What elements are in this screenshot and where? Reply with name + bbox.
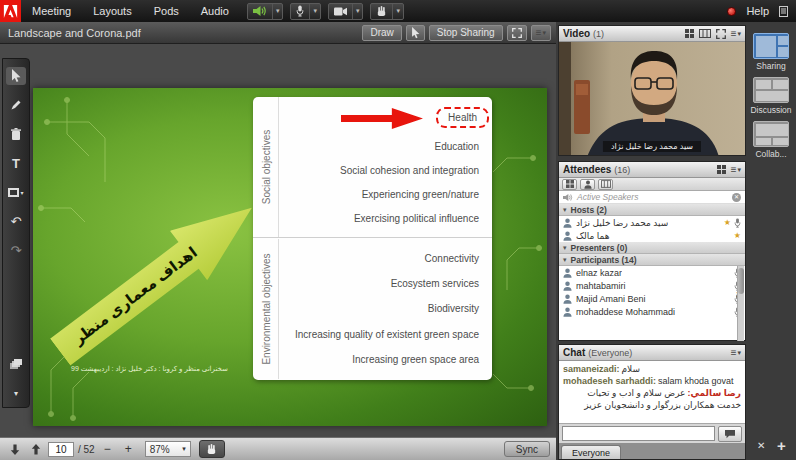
zoom-in-button[interactable]: + <box>120 441 137 458</box>
participant-row[interactable]: mahtabamiri <box>559 279 745 292</box>
microphone-icon[interactable] <box>291 4 310 19</box>
grid-view-icon[interactable] <box>685 29 694 38</box>
stop-sharing-button[interactable]: Stop Sharing <box>429 25 503 41</box>
host-badge-icon: ★ <box>724 219 731 227</box>
layout-thumb-collaboration[interactable] <box>753 121 789 147</box>
menu-icon: ≡ <box>536 27 542 38</box>
objective-item: Biodiversity <box>428 303 479 314</box>
page-number-input[interactable] <box>48 442 74 457</box>
caret-down-icon: ▾ <box>563 206 567 214</box>
chat-pod-menu-button[interactable]: ≡▾ <box>731 347 741 358</box>
caret-down-icon: ▾ <box>737 166 741 174</box>
participant-row[interactable]: elnaz kazar <box>559 266 745 279</box>
microphone-caret-icon[interactable]: ▾ <box>310 4 320 19</box>
chat-text: سلام <box>622 364 640 374</box>
attendees-view-toolbar <box>559 178 745 191</box>
video-fullscreen-icon[interactable] <box>716 29 726 39</box>
attendees-pod-menu-button[interactable]: ≡▾ <box>731 164 741 175</box>
presenters-group-header[interactable]: ▾ Presenters (0) <box>559 242 745 254</box>
objective-item: Education <box>435 141 479 152</box>
webcam-caret-icon[interactable]: ▾ <box>353 4 363 19</box>
top-menu-bar: Meeting Layouts Pods Audio ▾ ▾ ▾ ▾ Help <box>0 0 796 22</box>
speaker-caret-icon[interactable]: ▾ <box>273 4 283 19</box>
layers-button[interactable] <box>6 355 26 373</box>
menu-layouts[interactable]: Layouts <box>82 0 143 22</box>
speaker-control[interactable]: ▾ <box>247 3 284 20</box>
video-pod-menu-button[interactable]: ≡▾ <box>731 28 741 39</box>
social-objectives-label: Social objectives <box>260 130 271 204</box>
chat-input[interactable] <box>562 426 715 441</box>
adobe-connect-window: Meeting Layouts Pods Audio ▾ ▾ ▾ ▾ Help … <box>0 0 796 460</box>
objective-item: Exercising political influence <box>354 213 479 224</box>
chat-message-list: samaneizadi:سلام mohadeseh sarhaddi:sala… <box>559 361 745 423</box>
chat-sender: رضا سالمي: <box>687 388 741 398</box>
attendees-scrollbar[interactable] <box>737 266 744 341</box>
participants-group-header[interactable]: ▾ Participants (14) <box>559 254 745 266</box>
layout-thumb-sharing[interactable] <box>753 33 789 59</box>
host-row[interactable]: هما مالک ★ <box>559 229 745 242</box>
toolbar-collapse-button[interactable]: ▾ <box>6 384 26 402</box>
chat-tab-everyone[interactable]: Everyone <box>561 445 621 459</box>
draw-button[interactable]: Draw <box>362 25 401 41</box>
participant-name: Majid Amani Beni <box>576 294 646 304</box>
text-tool-button[interactable]: T <box>6 154 26 172</box>
participant-row[interactable]: mohaddese Mohammadi <box>559 305 745 318</box>
host-row[interactable]: سید محمد رضا خلیل نژاد ★ <box>559 216 745 229</box>
pointer-tool-button[interactable] <box>406 25 425 41</box>
zoom-out-button[interactable]: − <box>99 441 116 458</box>
attendees-grid-icon[interactable] <box>717 165 726 174</box>
top-right-menu-icon[interactable] <box>779 6 788 17</box>
select-tool-button[interactable] <box>6 67 26 85</box>
filmstrip-view-icon[interactable] <box>699 29 711 38</box>
objective-item: Experiencing green/nature <box>362 189 479 200</box>
video-count: (1) <box>593 29 604 39</box>
zoom-level-select[interactable]: 87% ▾ <box>145 441 191 457</box>
marker-tool-button[interactable] <box>6 96 26 114</box>
scrollbar-thumb[interactable] <box>738 268 744 294</box>
menu-meeting[interactable]: Meeting <box>21 0 82 22</box>
active-speakers-close-icon[interactable]: ✕ <box>732 193 741 202</box>
sync-button[interactable]: Sync <box>504 441 550 457</box>
environmental-objectives-label: Environmental objectives <box>260 253 271 364</box>
undo-button[interactable]: ↶ <box>6 212 26 230</box>
shape-tool-button[interactable]: ▾ <box>6 183 26 201</box>
menu-pods[interactable]: Pods <box>143 0 190 22</box>
share-pod-header: Landscape and Corona.pdf Draw Stop Shari… <box>0 22 556 44</box>
pan-tool-button[interactable] <box>199 440 225 458</box>
speaker-video-image <box>559 42 745 155</box>
previous-page-button[interactable] <box>27 441 44 458</box>
attendees-pod-header: Attendees (16) ≡▾ <box>559 162 745 178</box>
participant-row[interactable]: Majid Amani Beni ✕ <box>559 292 745 305</box>
attendee-status-view-button[interactable] <box>562 179 577 190</box>
breakout-view-button[interactable] <box>598 179 613 190</box>
caret-down-icon: ▾ <box>737 30 741 38</box>
video-pod: Video (1) ≡▾ <box>558 25 746 156</box>
panel-close-icon[interactable]: ✕ <box>757 440 765 451</box>
help-menu[interactable]: Help <box>746 5 769 17</box>
presentation-slide: Social objectives Health Education Socia… <box>33 88 547 426</box>
objectives-box: Social objectives Health Education Socia… <box>253 97 492 380</box>
webcam-control[interactable]: ▾ <box>328 3 364 20</box>
next-page-button[interactable] <box>6 441 23 458</box>
panel-add-icon[interactable]: + <box>777 437 786 454</box>
microphone-control[interactable]: ▾ <box>290 3 321 20</box>
status-control[interactable]: ▾ <box>370 3 404 20</box>
raise-hand-icon[interactable] <box>371 4 393 19</box>
chat-message: samaneizadi:سلام <box>563 363 741 375</box>
attendee-list-view-button[interactable] <box>580 179 595 190</box>
annotation-toolbar: T ▾ ↶ ↷ ▾ <box>2 58 30 408</box>
share-pod-menu-button[interactable]: ≡▾ <box>531 25 551 41</box>
chat-send-button[interactable] <box>718 426 742 442</box>
menu-audio[interactable]: Audio <box>190 0 240 22</box>
webcam-icon[interactable] <box>329 4 353 19</box>
share-fullscreen-button[interactable] <box>507 25 527 41</box>
layout-label-collaboration: Collab... <box>746 149 796 159</box>
zoom-level-value: 87% <box>150 444 170 455</box>
chat-message: mohadeseh sarhaddi:salam khoda govat <box>563 375 741 387</box>
delete-annotation-button[interactable] <box>6 125 26 143</box>
layout-thumb-discussion[interactable] <box>753 77 789 103</box>
status-caret-icon[interactable]: ▾ <box>393 4 403 19</box>
speaker-icon[interactable] <box>248 4 273 19</box>
redo-button[interactable]: ↷ <box>6 241 26 259</box>
hosts-group-header[interactable]: ▾ Hosts (2) <box>559 204 745 216</box>
